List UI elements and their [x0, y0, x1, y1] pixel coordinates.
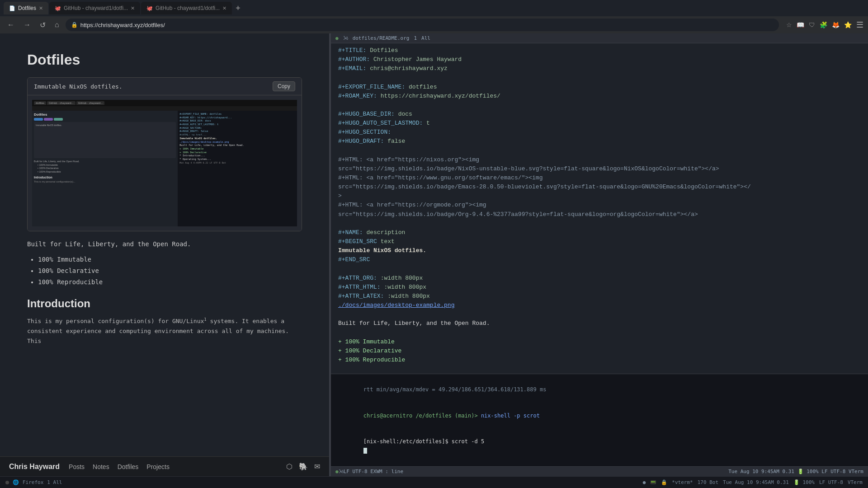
code-block-text: Immutable NixOS dotfiles.	[34, 83, 123, 90]
intro-heading: Introduction	[27, 297, 302, 310]
back-button[interactable]: ←	[5, 19, 17, 31]
bb-datetime: Tue Aug 10 9:45AM 0.31	[723, 479, 789, 485]
page-content: Dotfiles Immutable NixOS dotfiles. Copy …	[0, 33, 329, 364]
home-button[interactable]: ⌂	[52, 19, 62, 31]
screenshot-area: dotfiles GitHub - chayward... GitHub - c…	[28, 95, 302, 231]
mini-content: Dotfiles Immutable NixOS dotfiles.	[32, 111, 297, 226]
footer-nav: Chris Hayward Posts Notes Dotfiles Proje…	[0, 456, 329, 476]
bb-bot-label: 170 Bot	[698, 479, 718, 485]
tab-github2[interactable]: 🐙 GitHub - chayward1/dotfi... ✕	[141, 2, 232, 14]
mini-browser: dotfiles GitHub - chayward... GitHub - c…	[32, 100, 297, 226]
editor-count: 1	[414, 35, 417, 41]
editor-status-bottom: ● 🌬 LF UTF-8 EXWM : line Tue Aug 10 9:45…	[331, 466, 868, 476]
editor-content[interactable]: #+TITLE: Dotfiles #+AUTHOR: Christopher …	[331, 43, 868, 374]
status-dot-left	[5, 481, 9, 484]
tab-close-github2[interactable]: ✕	[222, 5, 226, 11]
line-html-2c: >	[338, 192, 861, 201]
status-bottom-dot: ●	[335, 469, 339, 474]
line-blank-1	[338, 73, 861, 82]
mini-badge-org	[54, 118, 63, 121]
mini-page-title: Dotfiles	[34, 113, 176, 117]
mini-left-pane: Dotfiles Immutable NixOS dotfiles.	[32, 111, 178, 226]
mini-badges	[34, 118, 176, 121]
bb-browser-icon: 🌐	[13, 479, 19, 485]
browser-scroll[interactable]: Dotfiles Immutable NixOS dotfiles. Copy …	[0, 33, 329, 456]
bookmark-icon[interactable]: ☆	[786, 21, 792, 28]
bb-encoding: LF UTF-8	[819, 479, 843, 485]
footer-links: Posts Notes Dotfiles Projects	[69, 463, 170, 470]
extension-icon3[interactable]: ⭐	[844, 21, 852, 28]
footer-link-notes[interactable]: Notes	[93, 463, 109, 470]
lock-icon: 🔒	[71, 22, 78, 28]
line-hugo-auto: #+HUGO_AUTO_SET_LASTMOD: t	[338, 119, 861, 128]
tab-close-dotfiles[interactable]: ✕	[39, 5, 43, 11]
tab-label-dotfiles: Dotfiles	[18, 5, 36, 11]
line-author: #+AUTHOR: Christopher James Hayward	[338, 55, 861, 64]
status-bottom-right: Tue Aug 10 9:45AM 0.31 🔋 100% LF UTF-8 V…	[728, 469, 863, 474]
mini-screenshot: Immutable NixOS dotfiles.	[34, 122, 176, 158]
mini-badge-emacs	[44, 118, 53, 121]
email-icon[interactable]: ✉	[314, 462, 320, 471]
new-tab-button[interactable]: +	[233, 4, 243, 12]
terminal-line-rtt: rtt min/avg/max/mdev = 49.294/186.651/36…	[337, 377, 862, 403]
terminal-area: rtt min/avg/max/mdev = 49.294/186.651/36…	[331, 374, 868, 466]
line-hugo-section: #+HUGO_SECTION:	[338, 128, 861, 137]
footer-link-dotfiles[interactable]: Dotfiles	[118, 463, 139, 470]
github-icon[interactable]: ⬡	[286, 462, 292, 471]
footer-link-projects[interactable]: Projects	[146, 463, 170, 470]
mini-tab-1: dotfiles	[34, 101, 46, 105]
line-blank-7	[338, 328, 861, 337]
shield-icon[interactable]: 🛡	[809, 21, 815, 28]
line-html-1: #+HTML: <a href="https://nixos.org"><img	[338, 155, 861, 164]
status-dot: ●	[335, 35, 339, 41]
line-built-for: Built for Life, Liberty, and the Open Ro…	[338, 319, 861, 328]
mini-nav-bar	[32, 106, 297, 111]
bb-dot-right: ●	[643, 479, 646, 485]
tab-label-github2: GitHub - chayward1/dotfi...	[156, 5, 220, 11]
tab-close-github1[interactable]: ✕	[131, 5, 135, 11]
browser-menu-button[interactable]: ☰	[856, 20, 863, 30]
line-blank-6	[338, 310, 861, 319]
built-text: Built for Life, Liberty, and the Open Ro…	[27, 240, 302, 248]
main-area: Dotfiles Immutable NixOS dotfiles. Copy …	[0, 33, 868, 476]
editor-all: All	[421, 35, 430, 41]
mini-tab-3: GitHub - chayward...	[76, 101, 105, 105]
code-block-header: Immutable NixOS dotfiles. Copy	[28, 78, 302, 95]
bb-vterm-icon: 📟	[650, 479, 656, 485]
editor-pane: ● 🌬 dotfiles/README.org 1 All #+TITLE: D…	[331, 33, 868, 476]
address-bar-wrap[interactable]: 🔒	[66, 19, 779, 31]
mini-body: Built for Life, Liberty, and the Open Ro…	[34, 160, 176, 183]
bottom-bar-left: 🌐 Firefox 1 All	[5, 479, 335, 485]
line-html-2: #+HTML: <a href="https://www.gnu.org/sof…	[338, 174, 861, 183]
copy-button[interactable]: Copy	[273, 81, 295, 91]
page-title: Dotfiles	[27, 52, 302, 68]
bb-firefox-label: Firefox	[23, 479, 43, 485]
browser-wrapper: Dotfiles Immutable NixOS dotfiles. Copy …	[0, 33, 329, 476]
tab-github1[interactable]: 🐙 GitHub - chayward1/dotfi... ✕	[49, 2, 140, 14]
line-roam-key: #+ROAM_KEY: https://chrishayward.xyz/dot…	[338, 92, 861, 101]
mastodon-icon[interactable]: 🐘	[299, 462, 308, 471]
extension-icon[interactable]: 🧩	[820, 21, 827, 28]
reload-button[interactable]: ↺	[37, 19, 48, 31]
line-plus-3: + 100% Reproducible	[338, 356, 861, 365]
footer-name: Chris Hayward	[9, 463, 60, 471]
address-bar[interactable]	[80, 22, 774, 28]
line-title: #+TITLE: Dotfiles	[338, 46, 861, 55]
line-immutable: Immutable NixOS dotfiles.	[338, 246, 861, 255]
bb-count: 1 All	[47, 479, 62, 485]
mini-list: • 100% Immutable • 100% Declarative • 10…	[38, 164, 176, 174]
terminal-rtt-text: rtt min/avg/max/mdev = 49.294/186.651/36…	[363, 386, 547, 393]
mini-badge-nixos	[34, 118, 43, 121]
line-blank-5	[338, 264, 861, 273]
tab-favicon-github2: 🐙	[146, 5, 153, 11]
bb-battery: 🔋 100%	[793, 479, 815, 485]
bb-vterm-label: *vterm*	[672, 479, 693, 485]
mini-tab-bar: dotfiles GitHub - chayward... GitHub - c…	[32, 100, 297, 106]
reader-icon[interactable]: 📖	[797, 21, 804, 28]
forward-button[interactable]: →	[21, 19, 33, 31]
browser-chrome: 📄 Dotfiles ✕ 🐙 GitHub - chayward1/dotfi.…	[0, 0, 868, 33]
footer-link-posts[interactable]: Posts	[69, 463, 85, 470]
tab-dotfiles[interactable]: 📄 Dotfiles ✕	[4, 2, 48, 14]
extension-icon2[interactable]: 🦊	[832, 21, 840, 28]
terminal-cursor	[363, 448, 367, 454]
